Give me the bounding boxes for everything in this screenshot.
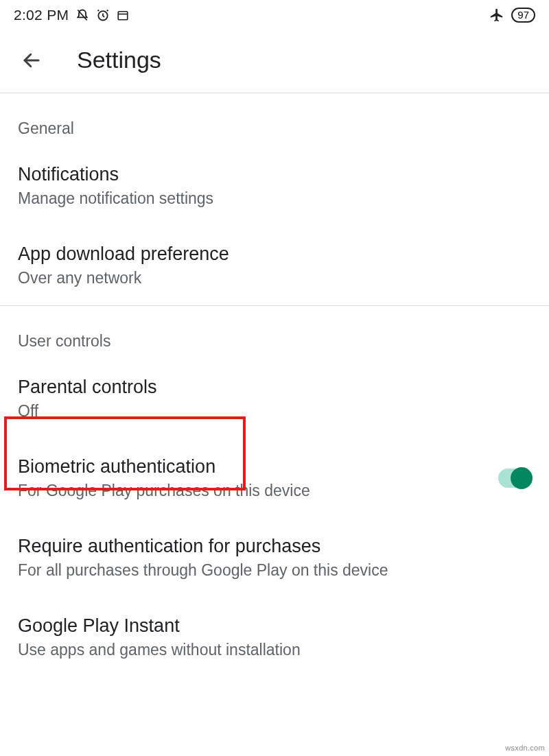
setting-title: Parental controls (18, 377, 531, 398)
status-bar: 2:02 PM 97 (0, 0, 549, 27)
mute-icon (75, 8, 89, 22)
section-user-controls: User controls Parental controls Off Biom… (0, 306, 549, 677)
airplane-mode-icon (489, 8, 504, 23)
setting-title: Google Play Instant (18, 615, 531, 637)
setting-text: Google Play Instant Use apps and games w… (18, 615, 531, 659)
setting-parental-controls[interactable]: Parental controls Off (0, 359, 549, 438)
setting-title: Notifications (18, 164, 531, 185)
status-time: 2:02 PM (14, 7, 69, 23)
setting-text: Notifications Manage notification settin… (18, 164, 531, 208)
setting-biometric-authentication[interactable]: Biometric authentication For Google Play… (0, 438, 549, 518)
back-button[interactable] (21, 49, 43, 71)
setting-subtitle: For all purchases through Google Play on… (18, 561, 531, 580)
setting-text: Require authentication for purchases For… (18, 536, 531, 580)
alarm-icon (96, 8, 110, 22)
setting-subtitle: Manage notification settings (18, 189, 531, 208)
setting-title: Require authentication for purchases (18, 536, 531, 557)
setting-subtitle: Over any network (18, 269, 531, 287)
setting-subtitle: Off (18, 402, 531, 421)
setting-text: App download preference Over any network (18, 244, 531, 287)
setting-subtitle: Use apps and games without installation (18, 641, 531, 659)
app-bar: Settings (0, 27, 549, 93)
setting-google-play-instant[interactable]: Google Play Instant Use apps and games w… (0, 598, 549, 677)
toggle-knob (511, 467, 533, 489)
svg-rect-2 (119, 12, 128, 20)
setting-text: Parental controls Off (18, 377, 531, 421)
section-general: General Notifications Manage notificatio… (0, 93, 549, 305)
setting-require-authentication[interactable]: Require authentication for purchases For… (0, 518, 549, 598)
status-left: 2:02 PM (14, 7, 129, 23)
setting-title: Biometric authentication (18, 456, 484, 477)
setting-subtitle: For Google Play purchases on this device (18, 482, 484, 500)
setting-app-download-preference[interactable]: App download preference Over any network (0, 226, 549, 305)
calendar-icon (117, 9, 129, 21)
setting-title: App download preference (18, 244, 531, 265)
section-header-general: General (0, 93, 549, 146)
section-header-user-controls: User controls (0, 306, 549, 359)
watermark: wsxdn.com (505, 744, 545, 752)
setting-notifications[interactable]: Notifications Manage notification settin… (0, 146, 549, 226)
status-right: 97 (489, 8, 535, 23)
page-title: Settings (77, 47, 161, 73)
biometric-toggle[interactable] (498, 469, 531, 488)
battery-indicator: 97 (511, 8, 535, 23)
setting-text: Biometric authentication For Google Play… (18, 456, 484, 500)
